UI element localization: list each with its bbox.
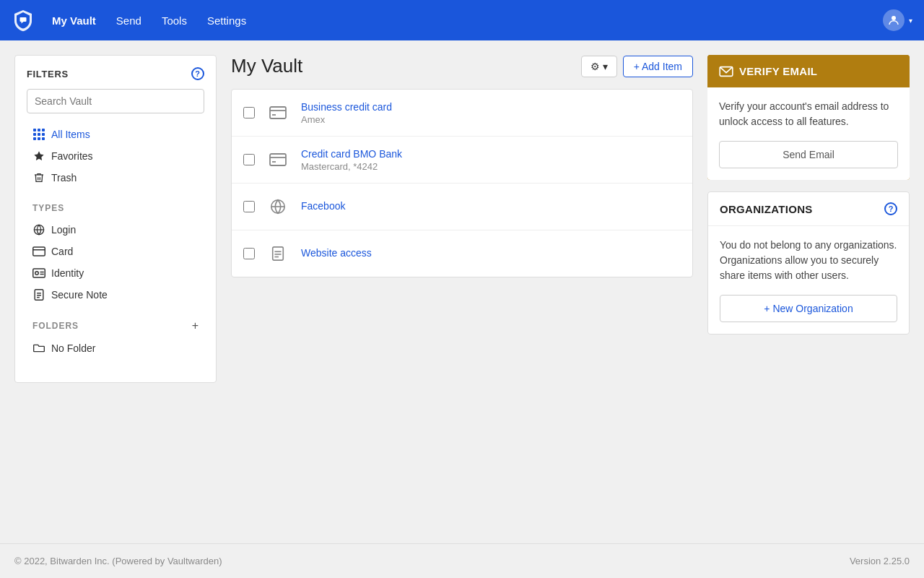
item-name[interactable]: Business credit card <box>301 101 681 113</box>
vault-header: My Vault ⚙ ▾ + Add Item <box>231 55 693 77</box>
sidebar-item-identity[interactable]: Identity <box>27 262 204 284</box>
verify-email-text: Verify your account's email address to u… <box>719 99 898 129</box>
sidebar-login-label: Login <box>51 224 76 236</box>
org-header: ORGANIZATIONS ? <box>708 192 909 226</box>
globe-type-icon <box>265 194 291 220</box>
add-folder-button[interactable]: + <box>192 320 199 332</box>
sidebar-all-items-label: All Items <box>51 129 90 140</box>
sidebar-folders-section: FOLDERS + No Folder <box>27 317 204 359</box>
vault-item: Business credit card Amex <box>232 90 692 137</box>
verify-email-body: Verify your account's email address to u… <box>707 87 910 180</box>
topnav-links: My Vault Send Tools Settings <box>43 9 883 33</box>
nav-my-vault[interactable]: My Vault <box>43 9 105 33</box>
add-item-button[interactable]: + Add Item <box>623 56 693 77</box>
main-content: My Vault ⚙ ▾ + Add Item Business credi <box>231 55 693 543</box>
verify-email-title: VERIFY EMAIL <box>739 65 817 77</box>
vault-item: Website access <box>232 230 692 277</box>
verify-email-card: VERIFY EMAIL Verify your account's email… <box>707 55 910 180</box>
item-details: Website access <box>301 247 681 260</box>
org-help-icon[interactable]: ? <box>884 202 897 215</box>
topnav: My Vault Send Tools Settings ▾ <box>0 0 924 40</box>
item-checkbox[interactable] <box>243 154 255 165</box>
send-email-button[interactable]: Send Email <box>719 141 898 168</box>
account-chevron-down-icon: ▾ <box>909 17 912 25</box>
sidebar-item-no-folder[interactable]: No Folder <box>27 337 204 359</box>
org-title: ORGANIZATIONS <box>720 203 813 215</box>
vault-item: Facebook <box>232 184 692 230</box>
new-org-label: + New Organization <box>764 303 853 314</box>
item-details: Facebook <box>301 200 681 213</box>
account-avatar <box>883 9 905 31</box>
bitwarden-logo <box>12 9 35 32</box>
folders-header: FOLDERS + <box>27 317 204 335</box>
item-subtitle: Mastercard, *4242 <box>301 161 681 172</box>
verify-email-header: VERIFY EMAIL <box>707 55 910 87</box>
filters-title: FILTERS ? <box>27 67 204 80</box>
svg-rect-22 <box>273 247 284 260</box>
grid-icon <box>32 128 45 141</box>
types-section-title: TYPES <box>27 200 204 216</box>
card-type-icon <box>265 147 291 173</box>
sidebar-item-login[interactable]: Login <box>27 219 204 241</box>
sidebar-item-favorites[interactable]: Favorites <box>27 145 204 167</box>
folders-title: FOLDERS <box>32 321 79 331</box>
nav-tools[interactable]: Tools <box>153 9 196 33</box>
filters-help-icon[interactable]: ? <box>191 67 204 80</box>
item-checkbox[interactable] <box>243 107 255 118</box>
add-item-label: + Add Item <box>634 61 682 72</box>
card-icon <box>32 245 45 258</box>
sidebar-item-all-items[interactable]: All Items <box>27 124 204 145</box>
trash-icon <box>32 171 45 184</box>
globe-icon <box>32 223 45 236</box>
vault-title: My Vault <box>231 55 302 77</box>
sidebar-nav-section: All Items Favorites Trash <box>27 124 204 189</box>
account-menu[interactable]: ▾ <box>883 9 912 31</box>
version-text: Version 2.25.0 <box>850 556 910 566</box>
filters-label: FILTERS <box>27 69 69 79</box>
sidebar-card-label: Card <box>51 246 73 257</box>
svg-rect-4 <box>33 247 45 256</box>
new-organization-button[interactable]: + New Organization <box>720 295 897 322</box>
sidebar-identity-label: Identity <box>51 267 84 279</box>
sidebar-item-trash[interactable]: Trash <box>27 167 204 189</box>
svg-point-7 <box>35 272 39 275</box>
item-checkbox[interactable] <box>243 248 255 259</box>
item-name[interactable]: Credit card BMO Bank <box>301 148 681 160</box>
main-layout: FILTERS ? All Items Favorit <box>0 40 924 543</box>
item-subtitle: Amex <box>301 114 681 125</box>
svg-point-0 <box>892 16 896 20</box>
note-icon <box>32 288 45 301</box>
folder-icon <box>32 342 45 355</box>
sidebar-trash-label: Trash <box>51 172 77 184</box>
svg-rect-17 <box>270 154 286 165</box>
nav-settings[interactable]: Settings <box>199 9 255 33</box>
vault-list: Business credit card Amex Credit card BM… <box>231 89 693 277</box>
svg-marker-1 <box>34 151 43 160</box>
item-details: Business credit card Amex <box>301 101 681 125</box>
item-name[interactable]: Website access <box>301 247 681 259</box>
right-panel: VERIFY EMAIL Verify your account's email… <box>707 55 910 335</box>
footer: © 2022, Bitwarden Inc. (Powered by Vault… <box>0 543 924 578</box>
item-name[interactable]: Facebook <box>301 200 681 212</box>
item-checkbox[interactable] <box>243 201 255 212</box>
sidebar-item-card[interactable]: Card <box>27 241 204 262</box>
item-details: Credit card BMO Bank Mastercard, *4242 <box>301 148 681 172</box>
sidebar: FILTERS ? All Items Favorit <box>14 55 217 383</box>
note-type-icon <box>265 241 291 267</box>
settings-button[interactable]: ⚙ ▾ <box>581 56 617 77</box>
organizations-card: ORGANIZATIONS ? You do not belong to any… <box>707 191 910 335</box>
sidebar-types-section: TYPES Login Card Identity <box>27 200 204 306</box>
copyright-text: © 2022, Bitwarden Inc. (Powered by Vault… <box>14 556 222 566</box>
sidebar-no-folder-label: No Folder <box>51 342 95 354</box>
gear-icon: ⚙ <box>590 61 600 72</box>
org-text: You do not belong to any organizations. … <box>720 238 897 283</box>
nav-send[interactable]: Send <box>108 9 150 33</box>
search-input[interactable] <box>27 89 204 113</box>
sidebar-secure-note-label: Secure Note <box>51 289 108 301</box>
sidebar-item-secure-note[interactable]: Secure Note <box>27 284 204 306</box>
svg-rect-14 <box>270 107 286 118</box>
vault-actions: ⚙ ▾ + Add Item <box>581 56 693 77</box>
vault-item: Credit card BMO Bank Mastercard, *4242 <box>232 137 692 184</box>
card-type-icon <box>265 100 291 126</box>
org-body: You do not belong to any organizations. … <box>708 226 909 334</box>
